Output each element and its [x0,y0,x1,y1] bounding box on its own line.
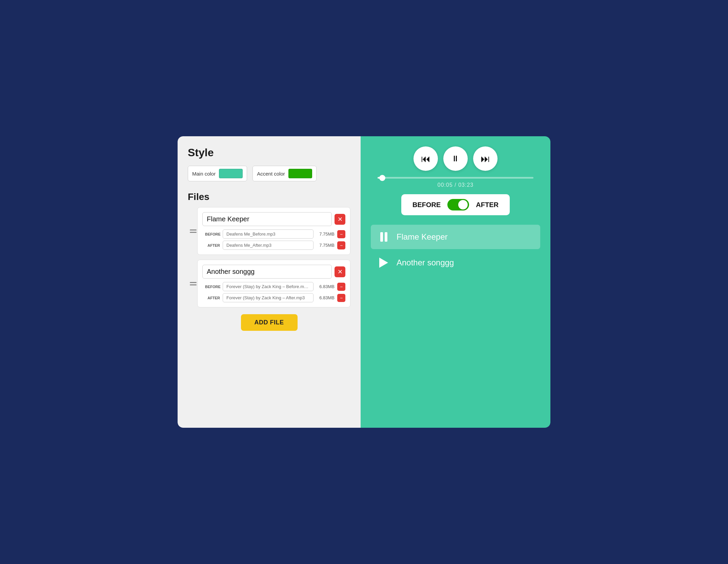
rewind-button[interactable]: ⏮ [413,146,438,171]
accent-color-label: Accent color [257,171,285,177]
song-item-1[interactable]: Flame Keeper [371,225,540,249]
forward-button[interactable]: ⏭ [473,146,498,171]
time-current: 00:05 [438,182,453,188]
song-name-1: Flame Keeper [397,232,448,242]
after-label-2: AFTER [205,296,220,300]
file-item-wrapper-2: ✕ BEFORE 6.83MB − AFTER 6.83MB [197,260,350,307]
track-remove-1-before[interactable]: − [337,230,345,238]
player-controls: ⏮ ⏸ ⏭ [413,146,498,171]
track-remove-2-before[interactable]: − [337,283,345,291]
after-toggle-label: AFTER [476,201,499,209]
drag-handle-2[interactable] [190,282,197,285]
files-section: Files ✕ BEFORE 7.75MB [188,192,350,331]
left-panel: Style Main color Accent color Files [178,136,361,428]
track-name-input-2-before[interactable] [223,282,314,291]
pause-icon [380,232,387,242]
file-item-1: ✕ BEFORE 7.75MB − AFTER 7.75MB [197,207,350,255]
after-label-1: AFTER [205,243,220,247]
file-tracks-2: BEFORE 6.83MB − AFTER 6.83MB − [202,282,345,302]
files-title: Files [188,192,350,202]
file-item-header-1: ✕ [202,212,345,226]
track-name-input-1-before[interactable] [223,229,314,239]
pause-button[interactable]: ⏸ [443,146,468,171]
track-name-input-1-after[interactable] [223,241,314,250]
progress-thumb[interactable] [379,175,385,181]
main-color-swatch[interactable] [219,169,243,178]
track-size-1-after: 7.75MB [316,243,335,248]
time-display: 00:05 / 03:23 [438,182,473,188]
track-remove-2-after[interactable]: − [337,294,345,302]
main-color-box: Main color [188,166,247,181]
before-toggle-label: BEFORE [412,201,441,209]
track-row-2-before: BEFORE 6.83MB − [205,282,345,291]
drag-handle-1[interactable] [190,229,197,233]
file-name-input-2[interactable] [202,265,332,279]
file-tracks-1: BEFORE 7.75MB − AFTER 7.75MB − [202,229,345,250]
time-total: 03:23 [458,182,473,188]
track-name-input-2-after[interactable] [223,293,314,302]
add-file-button[interactable]: ADD FILE [241,314,298,331]
track-size-1-before: 7.75MB [316,231,335,237]
style-title: Style [188,146,350,159]
song-list: Flame Keeper Another songgg [371,225,540,276]
before-after-toggle[interactable] [447,199,469,210]
track-row-1-after: AFTER 7.75MB − [205,241,345,250]
color-row: Main color Accent color [188,166,350,181]
track-size-2-before: 6.83MB [316,284,335,289]
delete-file-1-button[interactable]: ✕ [335,214,345,225]
before-label-2: BEFORE [205,285,220,289]
file-item-header-2: ✕ [202,265,345,279]
accent-color-box: Accent color [252,166,317,181]
app-container: Style Main color Accent color Files [178,136,550,428]
track-row-2-after: AFTER 6.83MB − [205,293,345,302]
accent-color-swatch[interactable] [288,169,312,178]
track-size-2-after: 6.83MB [316,295,335,300]
file-item-wrapper-1: ✕ BEFORE 7.75MB − AFTER 7.75MB [197,207,350,255]
track-remove-1-after[interactable]: − [337,241,345,249]
delete-file-2-button[interactable]: ✕ [335,266,345,277]
toggle-container: BEFORE AFTER [401,194,510,215]
before-label-1: BEFORE [205,232,220,236]
progress-bar-container[interactable] [378,177,533,179]
toggle-knob [458,200,468,209]
main-color-label: Main color [192,171,216,177]
progress-track[interactable] [378,177,533,179]
file-item-2: ✕ BEFORE 6.83MB − AFTER 6.83MB [197,260,350,307]
song-icon-1 [378,231,390,243]
song-item-2[interactable]: Another songgg [371,250,540,275]
track-row-1-before: BEFORE 7.75MB − [205,229,345,239]
song-icon-2 [378,257,390,269]
file-name-input-1[interactable] [202,212,332,226]
right-panel: ⏮ ⏸ ⏭ 00:05 / 03:23 BEFORE AFTER [361,136,550,428]
song-name-2: Another songgg [397,258,454,267]
play-icon [379,258,388,268]
